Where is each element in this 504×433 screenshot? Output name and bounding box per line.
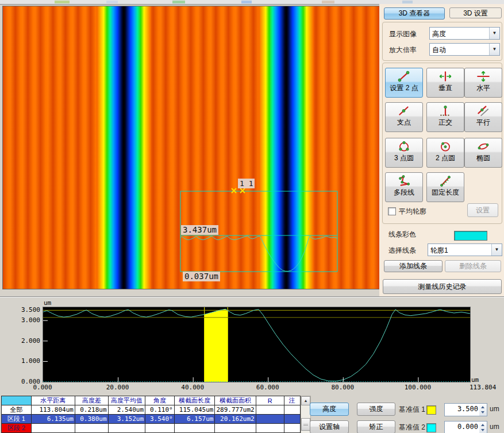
line-select-value: 轮廓1	[430, 246, 448, 256]
tool-label: 3 点圆	[394, 153, 414, 163]
display-image-select[interactable]: 高度 ▼	[429, 27, 500, 40]
table-row[interactable]: 全部113.804um0.218um2.540um0.110°115.045um…	[2, 405, 301, 415]
table-header: R	[256, 396, 284, 405]
tool-button-ellipse[interactable]: 椭圆	[464, 138, 502, 168]
measure-tools-group: 设置 2 点垂直水平支点正交平行3 点圆2 点圆椭圆多段线固定长度 平均轮廓 设…	[382, 63, 502, 224]
tool-label: 支点	[397, 118, 411, 127]
toolbar-fragment	[172, 1, 185, 3]
profile-plot[interactable]	[43, 307, 471, 382]
measurement-value-bottom: 0.037um	[183, 272, 220, 281]
tool-button-parallel[interactable]: 平行	[464, 102, 502, 132]
reference1-color-swatch[interactable]	[426, 405, 436, 415]
table-cell	[256, 415, 284, 424]
chevron-down-icon[interactable]: ▼	[489, 44, 499, 55]
reference2-color-swatch[interactable]	[426, 423, 436, 432]
reference1-spinner[interactable]	[479, 403, 487, 416]
spinner-up-icon[interactable]	[481, 406, 484, 408]
reference1-unit: um	[490, 405, 499, 413]
x-tick-label: 60.000	[249, 384, 286, 391]
table-header: 高度差	[75, 396, 108, 405]
magnification-value: 自动	[432, 45, 446, 55]
intensity-mode-button[interactable]: 强度	[357, 403, 395, 416]
table-cell: 0.218um	[75, 405, 108, 415]
average-profile-checkbox[interactable]	[388, 207, 396, 215]
tool-button-polyline[interactable]: 多段线	[385, 172, 423, 202]
chevron-down-icon[interactable]: ▼	[489, 28, 499, 39]
tool-button-orthogonal[interactable]: 正交	[426, 102, 464, 132]
parallel-icon	[476, 105, 491, 117]
tool-button-circle-3pt[interactable]: 3 点圆	[385, 138, 423, 168]
display-settings-group: 显示图像 高度 ▼ 放大倍率 自动 ▼	[382, 22, 502, 61]
table-row[interactable]: 区段 2	[2, 424, 301, 433]
measurement-table[interactable]: 水平距离高度差高度平均值角度横截面长度横截面面积R注全部113.804um0.2…	[1, 396, 301, 433]
x-tick-label: 100.000	[399, 384, 436, 391]
polyline-icon	[397, 175, 411, 187]
tool-button-two-point-line[interactable]: 设置 2 点	[385, 68, 423, 98]
table-cell: 289.777um2	[215, 405, 256, 415]
line-color-label: 线条彩色	[388, 230, 416, 239]
set-axis-button[interactable]: 设置轴	[310, 420, 349, 433]
toolbar-fragment	[322, 1, 334, 3]
tool-button-vertical-line[interactable]: 垂直	[426, 68, 464, 98]
circle-3pt-icon	[397, 140, 411, 153]
table-cell: 20.162um2	[215, 415, 256, 424]
table-cell	[75, 424, 108, 433]
spinner-down-icon[interactable]	[481, 411, 484, 413]
chevron-down-icon[interactable]: ▼	[491, 244, 502, 256]
average-profile-label: 平均轮廓	[399, 207, 426, 216]
delete-line-button[interactable]: 删除线条	[445, 260, 501, 272]
reference2-value-input[interactable]: 0.000	[444, 421, 480, 433]
settings-button[interactable]: 设置	[467, 203, 498, 217]
tool-button-horizontal-line[interactable]: 水平	[464, 68, 502, 98]
row-label[interactable]: 全部	[2, 405, 32, 415]
tool-button-circle-2pt[interactable]: 2 点圆	[426, 138, 464, 168]
reference1-label: 基准值 1	[399, 405, 425, 415]
table-cell: 113.804um	[31, 405, 75, 415]
tool-button-pivot-point[interactable]: 支点	[385, 102, 423, 132]
profile-chart-panel: um 3.5003.0002.0001.0000.000 0.00020.000…	[0, 296, 504, 433]
row-label[interactable]: 区段 2	[2, 424, 32, 433]
measure-history-button[interactable]: 测量线历史记录	[383, 279, 502, 294]
table-header: 高度平均值	[108, 396, 145, 405]
spinner-down-icon[interactable]	[481, 429, 484, 431]
vertical-line-icon	[438, 70, 453, 83]
table-header: 角度	[145, 396, 175, 405]
table-cell	[256, 424, 284, 433]
table-cell: 3.540°	[145, 415, 175, 424]
tab-3d-viewer[interactable]: 3D 查看器	[384, 7, 445, 20]
correct-button[interactable]: 矫正	[357, 420, 395, 433]
x-tick-label: 20.000	[99, 384, 136, 391]
control-panel: 3D 查看器 3D 设置 显示图像 高度 ▼ 放大倍率 自动 ▼ 设置 2 点垂…	[379, 4, 504, 297]
y-tick-label: 1.000	[14, 357, 40, 365]
surface-height-image[interactable]: 3.437um 0.037um 1 1	[2, 6, 380, 289]
line-color-swatch[interactable]	[454, 231, 487, 241]
toolbar-fragment	[402, 1, 413, 3]
tool-button-fixed-length[interactable]: 固定长度	[426, 172, 464, 202]
table-cell	[174, 424, 215, 433]
ellipse-icon	[476, 140, 491, 153]
table-cell: 115.045um	[174, 405, 215, 415]
row-label[interactable]: 区段 1	[2, 415, 32, 424]
pivot-point-icon	[397, 105, 411, 117]
spinner-up-icon[interactable]	[481, 424, 484, 426]
scroll-up-icon[interactable]: ▲	[301, 396, 310, 405]
magnification-label: 放大倍率	[389, 45, 417, 55]
height-mode-button[interactable]: 高度	[310, 403, 349, 416]
scrollbar-thumb[interactable]	[301, 418, 310, 431]
table-row[interactable]: 区段 16.135um0.380um3.152um3.540°6.157um20…	[2, 415, 301, 424]
magnification-select[interactable]: 自动 ▼	[429, 43, 500, 56]
reference1-value-input[interactable]: 3.500	[444, 403, 480, 416]
y-axis-unit-label: um	[44, 299, 51, 307]
reference2-spinner[interactable]	[479, 421, 487, 433]
tab-3d-settings[interactable]: 3D 设置	[449, 7, 502, 18]
y-tick-label: 3.500	[14, 306, 40, 314]
x-tick-label: 80.000	[324, 384, 361, 391]
tool-label: 正交	[438, 118, 452, 127]
tool-label: 椭圆	[476, 153, 490, 163]
application-window: 3.437um 0.037um 1 1 3D 查看器 3D 设置 显示图像 高度…	[0, 0, 504, 433]
table-cell: 3.152um	[108, 415, 145, 424]
add-line-button[interactable]: 添加线条	[384, 260, 443, 272]
measurement-overlay[interactable]	[3, 6, 380, 289]
tool-label: 平行	[476, 118, 490, 127]
line-select[interactable]: 轮廓1 ▼	[428, 243, 502, 256]
